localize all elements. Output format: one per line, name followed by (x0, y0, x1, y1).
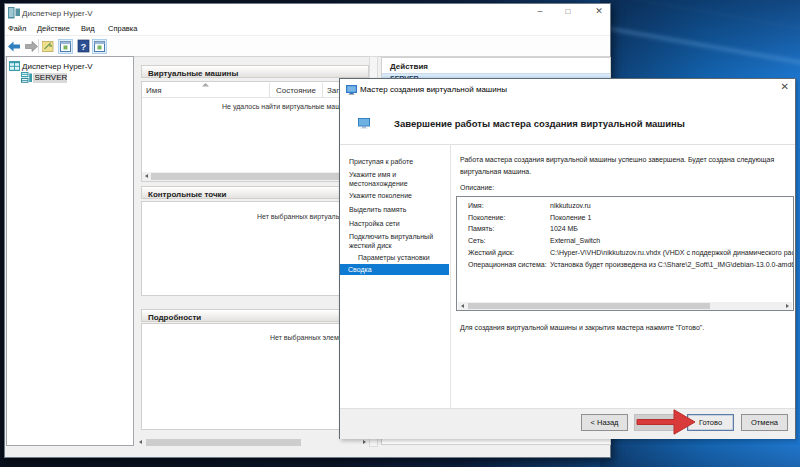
svg-text:?: ? (81, 41, 87, 52)
